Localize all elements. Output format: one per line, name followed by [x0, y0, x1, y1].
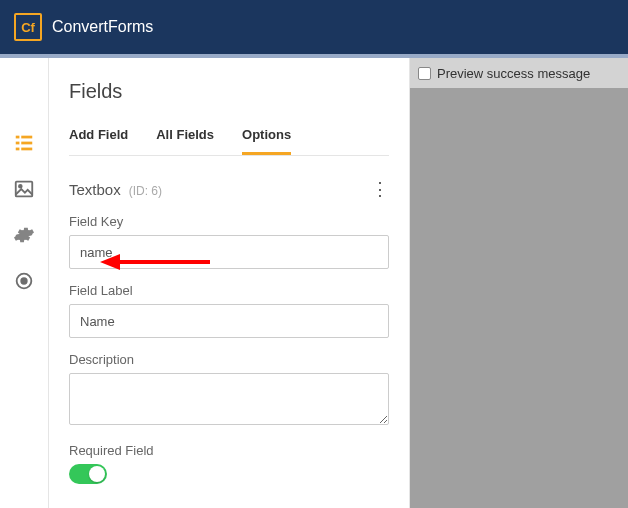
svg-point-9: [21, 278, 27, 284]
field-id: (ID: 6): [129, 184, 162, 198]
field-section-header: Textbox (ID: 6) ⋮: [69, 180, 389, 198]
fields-panel: Fields Add Field All Fields Options Text…: [48, 58, 410, 508]
list-icon[interactable]: [13, 132, 35, 154]
main-area: Fields Add Field All Fields Options Text…: [0, 58, 628, 508]
image-icon[interactable]: [13, 178, 35, 200]
svg-rect-6: [16, 182, 33, 197]
svg-rect-0: [16, 136, 20, 139]
top-bar: Cf ConvertForms: [0, 0, 628, 54]
svg-rect-3: [21, 142, 32, 145]
tab-add-field[interactable]: Add Field: [69, 127, 128, 155]
svg-rect-2: [16, 142, 20, 145]
preview-bar: Preview success message: [410, 58, 628, 88]
field-label-input[interactable]: [69, 304, 389, 338]
kebab-icon[interactable]: ⋮: [371, 180, 389, 198]
sidebar: [0, 58, 48, 508]
target-icon[interactable]: [13, 270, 35, 292]
gear-icon[interactable]: [13, 224, 35, 246]
field-type-name: Textbox: [69, 181, 121, 198]
svg-rect-4: [16, 148, 20, 151]
required-toggle[interactable]: [69, 464, 107, 484]
preview-label: Preview success message: [437, 66, 590, 81]
logo-text: Cf: [21, 20, 35, 35]
tab-all-fields[interactable]: All Fields: [156, 127, 214, 155]
field-label-label: Field Label: [69, 283, 389, 298]
description-label: Description: [69, 352, 389, 367]
tabs: Add Field All Fields Options: [69, 127, 389, 156]
svg-point-7: [19, 185, 22, 188]
tab-options[interactable]: Options: [242, 127, 291, 155]
app-logo: Cf: [14, 13, 42, 41]
page-title: Fields: [69, 80, 389, 103]
description-textarea[interactable]: [69, 373, 389, 425]
field-key-input[interactable]: [69, 235, 389, 269]
field-key-label: Field Key: [69, 214, 389, 229]
preview-checkbox[interactable]: [418, 67, 431, 80]
svg-rect-5: [21, 148, 32, 151]
required-label: Required Field: [69, 443, 389, 458]
preview-pane: Preview success message: [410, 58, 628, 508]
toggle-knob: [89, 466, 105, 482]
svg-rect-1: [21, 136, 32, 139]
app-title: ConvertForms: [52, 18, 153, 36]
